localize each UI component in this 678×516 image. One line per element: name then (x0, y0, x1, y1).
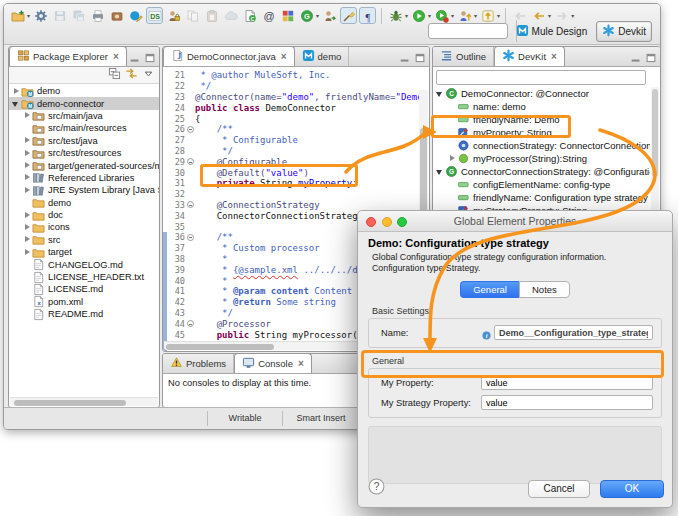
devkit-item-myproperty-string[interactable]: myProperty: String (433, 126, 650, 139)
toolbar-skip-breakpoints-button[interactable] (479, 7, 496, 24)
fold-collapse-icon[interactable] (185, 158, 195, 165)
devkit-item-connectorconnectionstrategy-configuration[interactable]: GConnectorConnectionStrategy: @Configura… (433, 165, 650, 178)
chevron-collapsed-icon[interactable] (23, 173, 32, 182)
help-button[interactable]: ? (368, 478, 385, 499)
minimize-icon[interactable] (630, 50, 642, 68)
pe-item-demo[interactable]: demo (9, 197, 159, 209)
view-menu-icon[interactable] (142, 66, 155, 84)
toolbar-new-wizard-button[interactable] (9, 7, 26, 24)
tab-demo[interactable]: demo (295, 46, 350, 66)
pe-item-referenced-libraries[interactable]: Referenced Libraries (9, 172, 159, 184)
link-with-editor-icon[interactable] (125, 66, 138, 84)
tab-democonnector-java[interactable]: J DemoConnector.java × (163, 46, 295, 66)
devkit-item-configelementname-config-type[interactable]: configElementName: config-type (433, 178, 650, 191)
fold-collapse-icon[interactable] (185, 320, 195, 327)
dropdown-arrow-icon[interactable]: ▾ (316, 12, 319, 19)
toolbar-run-button[interactable] (410, 7, 427, 24)
toolbar-show-whitespace-button[interactable]: ¶ (359, 7, 376, 24)
cancel-button[interactable]: Cancel (528, 480, 590, 498)
pe-item-target-generated-sources-mule[interactable]: target/generated-sources/mule (9, 159, 159, 171)
tab-devkit[interactable]: DevKit × (494, 46, 565, 66)
chevron-expanded-icon[interactable] (436, 167, 445, 176)
zoom-window-button[interactable] (397, 217, 407, 227)
pe-item-license-md[interactable]: LICENSE.md (9, 283, 159, 295)
dropdown-arrow-icon[interactable]: ▾ (548, 12, 551, 19)
tab-notes[interactable]: Notes (519, 281, 570, 298)
chevron-expanded-icon[interactable] (12, 99, 21, 108)
collapse-all-icon[interactable] (108, 66, 121, 84)
pe-item-src-test-java[interactable]: src/test/java (9, 135, 159, 147)
dialog-titlebar[interactable]: Global Element Properties (358, 211, 672, 232)
close-icon[interactable]: × (113, 51, 119, 62)
tab-outline[interactable]: Outline (433, 46, 494, 66)
minimize-icon[interactable] (399, 50, 411, 68)
chevron-collapsed-icon[interactable] (23, 149, 32, 158)
devkit-item-friendlyname-configuration-type-strategy[interactable]: friendlyName: Configuration type strateg… (433, 191, 650, 204)
ok-button[interactable]: OK (600, 480, 664, 498)
pe-item-src-test-resources[interactable]: src/test/resources (9, 147, 159, 159)
code-line-28[interactable]: 28 */ (167, 146, 419, 157)
quick-access-input[interactable] (428, 23, 508, 39)
toolbar-datasense-button[interactable]: DS (146, 7, 163, 24)
pe-item-jre-system-library-java-se-7[interactable]: JRE System Library [Java SE 7 (9, 184, 159, 196)
devkit-item-connectionstrategy-connectorconnectionstr[interactable]: connectionStrategy: ConnectorConnectionS… (433, 139, 650, 152)
package-explorer-hscrollbar[interactable] (10, 397, 158, 406)
code-line-32[interactable]: 32 (167, 189, 419, 200)
pe-item-demo-connector[interactable]: Mdemo-connector (9, 97, 159, 109)
devkit-item-name-demo[interactable]: name: demo (433, 100, 650, 113)
pe-item-doc[interactable]: doc (9, 209, 159, 221)
code-line-21[interactable]: 21 * @author MuleSoft, Inc. (167, 70, 419, 81)
chevron-expanded-icon[interactable] (436, 89, 445, 98)
pe-item-license-header-txt[interactable]: LICENSE_HEADER.txt (9, 271, 159, 283)
dropdown-arrow-icon[interactable]: ▾ (451, 12, 454, 19)
perspective-mule-design-button[interactable]: Mule Design (511, 22, 593, 41)
toolbar-user-lock-button[interactable] (165, 7, 182, 24)
code-line-27[interactable]: 27 * Configurable (167, 135, 419, 146)
tab-general[interactable]: General (460, 281, 519, 298)
toolbar-new-java-class-button[interactable]: C (241, 7, 258, 24)
fold-collapse-icon[interactable] (185, 126, 195, 133)
toolbar-paintbrush-button[interactable] (340, 7, 357, 24)
my-strategy-property-input[interactable] (481, 395, 653, 410)
chevron-collapsed-icon[interactable] (23, 136, 32, 145)
chevron-collapsed-icon[interactable] (448, 154, 457, 163)
tab-console[interactable]: Console × (234, 353, 312, 373)
code-line-25[interactable]: 25{ (167, 113, 419, 124)
maximize-icon[interactable] (645, 50, 657, 68)
dropdown-arrow-icon[interactable]: ▾ (474, 12, 477, 19)
code-line-23[interactable]: 23@Connector(name="demo", friendlyName="… (167, 92, 419, 103)
toolbar-generate-button[interactable]: G (298, 7, 315, 24)
maximize-icon[interactable] (414, 50, 426, 68)
dropdown-arrow-icon[interactable]: ▾ (27, 12, 30, 19)
close-icon[interactable]: × (298, 358, 304, 369)
toolbar-external-tools-button[interactable] (456, 7, 473, 24)
close-icon[interactable]: × (281, 51, 287, 62)
pe-item-src-main-java[interactable]: src/main/java (9, 110, 159, 122)
chevron-collapsed-icon[interactable] (23, 186, 32, 195)
devkit-item-democonnector-connector[interactable]: CDemoConnector: @Connector (433, 87, 650, 100)
chevron-collapsed-icon[interactable] (23, 235, 32, 244)
tab-package-explorer[interactable]: Package Explorer × (9, 46, 127, 66)
toolbar-debug-button[interactable] (387, 7, 404, 24)
name-input[interactable] (494, 325, 653, 340)
tab-problems[interactable]: Problems (163, 353, 234, 373)
minimize-icon[interactable] (129, 50, 141, 68)
toolbar-snapshot-button[interactable] (108, 7, 125, 24)
chevron-collapsed-icon[interactable] (23, 161, 32, 170)
pe-item-readme-md[interactable]: README.md (9, 308, 159, 320)
chevron-collapsed-icon[interactable] (23, 111, 32, 120)
fold-collapse-icon[interactable] (185, 201, 195, 208)
chevron-collapsed-icon[interactable] (23, 211, 32, 220)
devkit-item-friendlyname-demo[interactable]: friendlyName: Demo (433, 113, 650, 126)
chevron-collapsed-icon[interactable] (23, 223, 32, 232)
code-line-22[interactable]: 22 */ (167, 81, 419, 92)
toolbar-user-go-button[interactable] (321, 7, 338, 24)
chevron-collapsed-icon[interactable] (12, 87, 21, 96)
pe-item-icons[interactable]: icons (9, 221, 159, 233)
dropdown-arrow-icon[interactable]: ▾ (428, 12, 431, 19)
fold-collapse-icon[interactable] (185, 234, 195, 241)
code-line-31[interactable]: 31 private String myProperty; (167, 178, 419, 189)
code-line-29[interactable]: 29 @Configurable (167, 156, 419, 167)
code-line-26[interactable]: 26 /** (167, 124, 419, 135)
dropdown-arrow-icon[interactable]: ▾ (497, 12, 500, 19)
